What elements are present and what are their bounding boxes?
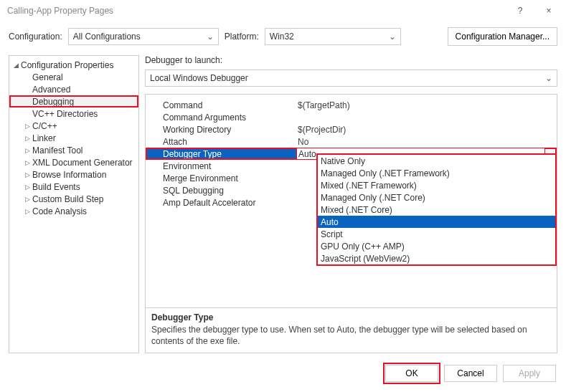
tree-label: Custom Build Step: [31, 194, 103, 204]
tree-label: C/C++: [31, 121, 57, 131]
dialog-buttons: OK Cancel Apply: [0, 356, 566, 392]
ok-button[interactable]: OK: [385, 365, 438, 382]
expand-icon[interactable]: [24, 159, 31, 166]
tree-label: Advanced: [31, 85, 70, 95]
tree-item-c-c-[interactable]: C/C++: [9, 120, 138, 132]
chevron-down-icon: ⌄: [389, 32, 396, 42]
dropdown-option[interactable]: Mixed (.NET Core): [318, 204, 555, 216]
property-row[interactable]: AttachNo: [146, 135, 557, 148]
dropdown-option[interactable]: Script: [318, 228, 555, 240]
property-description: Debugger Type Specifies the debugger typ…: [146, 307, 557, 353]
tree-item-linker[interactable]: Linker: [9, 132, 138, 144]
debugger-launch-label: Debugger to launch:: [145, 55, 557, 65]
property-pages-dialog: Calling-App Property Pages ? × Configura…: [0, 0, 566, 392]
property-value[interactable]: $(ProjectDir): [296, 125, 557, 135]
tree-label: Linker: [31, 133, 56, 143]
tree-item-vc-directories[interactable]: VC++ Directories: [9, 107, 138, 120]
tree-root[interactable]: Configuration Properties: [9, 59, 138, 71]
property-value[interactable]: $(TargetPath): [296, 100, 557, 110]
configuration-select[interactable]: All Configurations ⌄: [68, 28, 219, 45]
configuration-bar: Configuration: All Configurations ⌄ Plat…: [0, 21, 566, 55]
dropdown-option[interactable]: Managed Only (.NET Core): [318, 191, 555, 204]
expand-icon[interactable]: [12, 62, 19, 69]
close-button[interactable]: ×: [534, 0, 563, 21]
tree-item-custom-build-step[interactable]: Custom Build Step: [9, 193, 138, 205]
chevron-down-icon: ⌄: [207, 32, 214, 42]
titlebar: Calling-App Property Pages ? ×: [0, 0, 566, 21]
tree-item-general[interactable]: General: [9, 71, 138, 83]
tree-label: General: [31, 72, 63, 82]
platform-select[interactable]: Win32 ⌄: [265, 28, 401, 45]
right-pane: Debugger to launch: Local Windows Debugg…: [145, 55, 557, 353]
expand-icon[interactable]: [24, 208, 31, 215]
tree-item-xml-document-generator[interactable]: XML Document Generator: [9, 156, 138, 168]
platform-value: Win32: [270, 32, 294, 42]
expand-icon[interactable]: [24, 196, 31, 203]
debugger-launch-select[interactable]: Local Windows Debugger ⌄: [145, 70, 557, 87]
tree-label: Build Events: [31, 182, 80, 192]
property-value[interactable]: No: [296, 137, 557, 147]
window-title: Calling-App Property Pages: [7, 6, 506, 16]
dropdown-option[interactable]: GPU Only (C++ AMP): [318, 240, 555, 252]
property-name: Command Arguments: [146, 113, 296, 123]
tree-label: XML Document Generator: [31, 158, 133, 168]
property-name: Debugger Type: [146, 149, 296, 159]
tree-label: Code Analysis: [31, 206, 87, 216]
configuration-label: Configuration:: [9, 32, 62, 42]
dropdown-option[interactable]: Mixed (.NET Framework): [318, 179, 555, 191]
chevron-down-icon: ⌄: [545, 73, 552, 83]
property-name: Command: [146, 100, 296, 110]
expand-icon[interactable]: [24, 183, 31, 191]
tree-item-manifest-tool[interactable]: Manifest Tool: [9, 144, 138, 156]
configuration-value: All Configurations: [73, 32, 141, 42]
tree-item-code-analysis[interactable]: Code Analysis: [9, 205, 138, 217]
dropdown-option[interactable]: JavaScript (WebView2): [318, 252, 555, 264]
tree-label: Debugging: [31, 97, 74, 107]
configuration-manager-button[interactable]: Configuration Manager...: [448, 27, 557, 46]
tree-label: Manifest Tool: [31, 145, 82, 156]
description-title: Debugger Type: [151, 312, 551, 322]
apply-button[interactable]: Apply: [503, 365, 556, 382]
dropdown-option[interactable]: Native Only: [318, 155, 555, 167]
tree-label: VC++ Directories: [31, 109, 98, 119]
property-name: Amp Default Accelerator: [146, 198, 296, 208]
debugger-type-dropdown[interactable]: Native OnlyManaged Only (.NET Framework)…: [316, 153, 557, 266]
tree-item-browse-information[interactable]: Browse Information: [9, 168, 138, 181]
tree-item-advanced[interactable]: Advanced: [9, 83, 138, 95]
category-tree[interactable]: Configuration Properties GeneralAdvanced…: [9, 55, 139, 353]
help-button[interactable]: ?: [506, 0, 534, 21]
tree-item-debugging[interactable]: Debugging: [9, 95, 138, 107]
tree-item-build-events[interactable]: Build Events: [9, 181, 138, 193]
debugger-launch-value: Local Windows Debugger: [150, 73, 248, 83]
platform-label: Platform:: [225, 32, 259, 42]
dropdown-option[interactable]: Managed Only (.NET Framework): [318, 167, 555, 179]
property-name: Merge Environment: [146, 173, 296, 183]
property-name: SQL Debugging: [146, 186, 296, 196]
property-name: Environment: [146, 161, 296, 171]
dropdown-option[interactable]: Auto: [318, 216, 555, 228]
dialog-body: Configuration Properties GeneralAdvanced…: [0, 55, 566, 356]
property-name: Working Directory: [146, 125, 296, 135]
tree-label: Browse Information: [31, 170, 106, 180]
property-row[interactable]: Command$(TargetPath): [146, 99, 557, 111]
property-name: Attach: [146, 137, 296, 147]
property-row[interactable]: Working Directory$(ProjectDir): [146, 123, 557, 135]
expand-icon[interactable]: [24, 147, 31, 154]
cancel-button[interactable]: Cancel: [444, 365, 497, 382]
expand-icon[interactable]: [24, 135, 31, 142]
property-grid: Command$(TargetPath)Command ArgumentsWor…: [145, 94, 557, 353]
description-text: Specifies the debugger type to use. When…: [151, 324, 551, 347]
expand-icon[interactable]: [24, 171, 31, 178]
tree-label: Configuration Properties: [19, 60, 113, 70]
expand-icon[interactable]: [24, 123, 31, 130]
property-row[interactable]: Command Arguments: [146, 111, 557, 123]
